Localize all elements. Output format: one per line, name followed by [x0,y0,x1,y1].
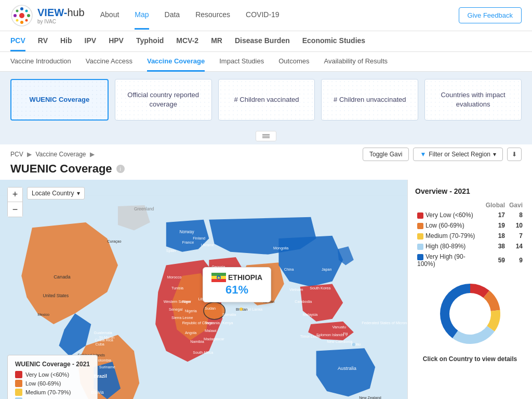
tab-typhoid[interactable]: Typhoid [136,31,164,51]
sub-tab-availability[interactable]: Availability of Results [324,52,388,72]
svg-text:Ukraine: Ukraine [201,243,214,247]
card-wuenic[interactable]: WUENIC Coverage [10,79,109,121]
svg-text:Federated States of Micronesia: Federated States of Micronesia [362,321,407,325]
svg-text:Cuba: Cuba [96,342,105,347]
svg-text:Curaçao: Curaçao [107,239,121,244]
svg-text:Namibia: Namibia [190,339,204,344]
sub-tab-outcomes[interactable]: Outcomes [278,52,309,72]
svg-text:Spain: Spain [166,248,176,253]
page-title: WUENIC Coverage [10,162,112,176]
tab-hpv[interactable]: HPV [109,31,124,51]
svg-text:Madagascar: Madagascar [204,337,224,341]
nav-resources[interactable]: Resources [195,1,230,30]
svg-text:South Africa: South Africa [193,350,214,355]
tab-mcv2[interactable]: MCV-2 [176,31,198,51]
svg-text:Somalia: Somalia [222,312,236,317]
svg-text:Greenland: Greenland [134,207,154,211]
svg-text:Japan: Japan [322,267,332,272]
svg-text:Malaysia: Malaysia [303,312,318,317]
svg-text:Mongolia: Mongolia [273,246,289,250]
overview-title: Overview - 2021 [415,187,525,195]
info-icon[interactable]: i [116,165,125,173]
legend-item-very-low: Very Low (<60%) [15,371,90,378]
tab-economic-studies[interactable]: Economic Studies [302,31,365,51]
sub-tab-vaccine-introduction[interactable]: Vaccine Introduction [10,52,71,72]
main-content: + − Locate Country ▾ [0,180,532,399]
overview-row: High (80-89%) 38 14 [415,241,525,251]
svg-point-8 [16,19,19,21]
feedback-button[interactable]: Give Feedback [459,7,522,23]
page-header-area: PCV ▶ Vaccine Coverage ▶ Toggle Gavi ▼ F… [0,144,532,180]
logo-icon [10,4,33,27]
tab-pcv[interactable]: PCV [10,31,25,51]
overview-row: Low (60-69%) 19 10 [415,220,525,231]
svg-text:United States: United States [43,294,69,298]
sub-tab-impact-studies[interactable]: Impact Studies [219,52,264,72]
overview-row: Very Low (<60%) 17 8 [415,210,525,220]
overview-row: Medium (70-79%) 18 7 [415,231,525,241]
svg-point-7 [25,19,28,21]
nav-covid[interactable]: COVID-19 [246,1,280,30]
svg-text:Kenya: Kenya [222,321,233,325]
click-hint: Click on Country to view details [415,355,525,363]
card-official[interactable]: Official country reported coverage [115,79,212,121]
tooltip-pct: 61% [211,283,262,297]
svg-point-4 [20,21,23,24]
tab-disease-burden[interactable]: Disease Burden [235,31,290,51]
tab-rv[interactable]: RV [38,31,48,51]
main-nav: About Map Data Resources COVID-19 [100,1,459,30]
filter-region-button[interactable]: ▼ Filter or Select Region ▾ [413,148,503,161]
chevron-down-icon: ▾ [493,151,496,158]
zoom-out-button[interactable]: − [8,202,22,217]
zoom-in-button[interactable]: + [8,188,22,202]
vaccine-tabs: PCV RV Hib IPV HPV Typhoid MCV-2 MR Dise… [0,31,532,52]
overview-row: Very High (90-100%) 59 9 [415,251,525,269]
tab-mr[interactable]: MR [211,31,222,51]
donut-chart [434,277,507,350]
ethiopia-flag [211,273,226,282]
tooltip-country: ETHIOPIA [228,273,262,282]
collapse-row [0,128,532,144]
map-tooltip: ETHIOPIA 61% [203,267,271,302]
logo-area: VIEW-hub by IVAC [10,4,85,27]
svg-text:New Zealand: New Zealand [359,395,381,399]
menu-icon [262,134,270,139]
svg-text:Sri Lanka: Sri Lanka [247,307,263,312]
svg-point-2 [20,7,23,10]
svg-text:Tanzania: Tanzania [205,321,220,325]
nav-data[interactable]: Data [165,1,180,30]
sub-tab-vaccine-access[interactable]: Vaccine Access [86,52,132,72]
card-children-unvaccinated[interactable]: # Children unvaccinated [321,79,418,121]
svg-text:New Caledonia: New Caledonia [327,339,353,344]
sidebar: Overview - 2021 Global Gavi Very Low (<6… [407,180,532,399]
sub-tab-vaccine-coverage[interactable]: Vaccine Coverage [147,52,205,72]
card-impact-evaluations[interactable]: Countries with impact evaluations [424,79,522,121]
coverage-cards: WUENIC Coverage Official country reporte… [0,72,532,128]
chevron-down-icon: ▾ [77,190,80,197]
tab-ipv[interactable]: IPV [85,31,97,51]
map-area[interactable]: + − Locate Country ▾ [0,180,407,399]
svg-text:Guatemala: Guatemala [94,330,113,335]
nav-map[interactable]: Map [135,1,149,30]
svg-text:Angola: Angola [185,330,197,335]
download-button[interactable]: ⬇ [507,148,522,161]
header-buttons: Toggle Gavi ▼ Filter or Select Region ▾ … [363,148,522,161]
collapse-button[interactable] [256,131,276,141]
svg-text:Sudan: Sudan [205,306,216,311]
svg-text:Senegal: Senegal [169,307,183,312]
svg-point-14 [204,302,225,320]
sub-tabs: Vaccine Introduction Vaccine Access Vacc… [0,52,532,72]
legend-item-medium: Medium (70-79%) [15,389,90,396]
toggle-gavi-button[interactable]: Toggle Gavi [363,148,409,161]
svg-text:Nigeria: Nigeria [185,309,197,313]
svg-text:Vanuatu: Vanuatu [332,325,346,329]
nav-about[interactable]: About [100,1,119,30]
tab-hib[interactable]: Hib [60,31,72,51]
card-children-vaccinated[interactable]: # Children vaccinated [218,79,315,121]
svg-text:Sierra Leone: Sierra Leone [171,315,193,320]
header: VIEW-hub by IVAC About Map Data Resource… [0,0,532,31]
locate-country-dropdown[interactable]: Locate Country ▾ [27,187,85,200]
svg-text:South Korea: South Korea [310,286,331,290]
svg-point-88 [450,294,490,334]
svg-text:Niger: Niger [182,299,192,304]
